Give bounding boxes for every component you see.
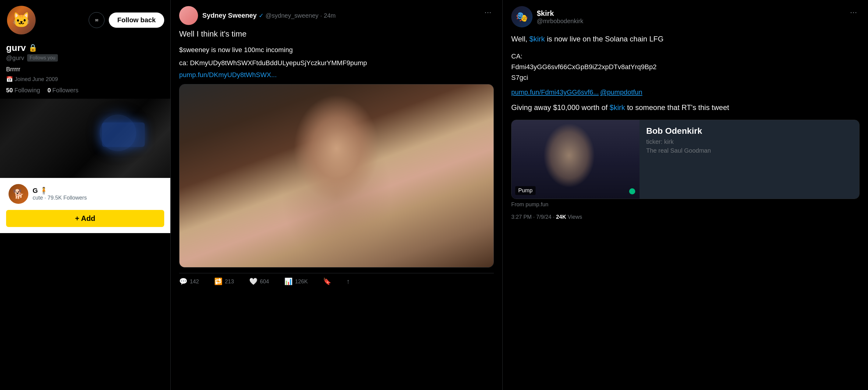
following-count: 50: [6, 87, 13, 94]
ca-label: CA:: [511, 51, 860, 62]
footer-time: 3:27 PM · 7/9/24 ·: [511, 214, 555, 220]
car-screen-glow: [102, 122, 145, 147]
follow-back-button[interactable]: Follow back: [109, 12, 164, 28]
giveaway-part1: Giving away $10,000 worth of: [511, 103, 608, 112]
car-interior-bg: [0, 99, 170, 178]
preview-tagline: The real Saul Goodman: [646, 147, 852, 154]
views-action[interactable]: 📊 126K: [284, 277, 308, 286]
giveaway-text: Giving away $10,000 worth of $kirk to so…: [511, 102, 860, 113]
giveaway-part2: to someone that RT's this tweet: [627, 103, 729, 112]
ca-block: CA: Fdmi43yGG6svf66CxGpB9iZ2xpDTv8atYrq9…: [511, 51, 860, 83]
car-interior-image: [0, 99, 170, 178]
like-count: 604: [260, 278, 269, 285]
from-label: From pump.fun: [511, 201, 860, 208]
views-count: 126K: [295, 278, 308, 285]
followers-stat[interactable]: 0 Followers: [48, 87, 79, 94]
followers-label: Followers: [53, 87, 79, 94]
more-options-button[interactable]: ···: [482, 6, 494, 18]
right-panel: 🎭 $kirk @mrbobodenkirk ··· Well, $kirk i…: [503, 0, 868, 390]
pump-link[interactable]: pump.fun/Fdmi43yGG6svf6...: [511, 88, 599, 96]
stats-row: 50 Following 0 Followers: [6, 87, 164, 94]
right-tweet-header: 🎭 $kirk @mrbobodenkirk ···: [511, 6, 860, 27]
suggestion-meta: cute · 79.5K Followers: [33, 195, 162, 201]
username-row: gurv 🔒: [6, 43, 164, 53]
reply-icon: 💬: [179, 277, 187, 286]
tweet-author-name: Sydney Sweeney: [202, 11, 257, 20]
verified-badge: ✓: [259, 12, 264, 19]
tweet-footer: 3:27 PM · 7/9/24 · 24K Views: [511, 214, 860, 220]
right-author-name: $kirk: [537, 9, 583, 18]
retweet-action[interactable]: 🔁 213: [214, 277, 234, 286]
cover-image: [0, 99, 170, 178]
pump-dotfun-link[interactable]: @pumpdotfun: [600, 88, 643, 96]
tweet-time-value: 24m: [324, 12, 336, 19]
share-action[interactable]: ↑: [346, 277, 350, 286]
tweet-author-handle: @sydney_sweeney: [266, 12, 319, 19]
pump-links: pump.fun/Fdmi43yGG6svf6... @pumpdotfun: [511, 88, 860, 96]
header-actions: ✉ Follow back: [89, 12, 164, 28]
following-stat[interactable]: 50 Following: [6, 87, 40, 94]
tweet-name-row: Sydney Sweeney ✓ @sydney_sweeney · 24m: [202, 11, 336, 20]
tweet-body-line2: ca: DKmyUDy8tWhSWXFtduBddULyepuSjYczkurY…: [179, 58, 494, 68]
tweet-header: Sydney Sweeney ✓ @sydney_sweeney · 24m ·…: [179, 6, 494, 25]
username: gurv: [6, 43, 26, 53]
tweet-time: ·: [320, 12, 322, 19]
lock-icon: 🔒: [28, 43, 37, 52]
preview-ticker: ticker: kirk: [646, 138, 852, 145]
right-intro-rest: is now live on the Solana chain LFG: [547, 35, 663, 43]
tweet-link[interactable]: pump.fun/DKmyUDy8tWhSWX...: [179, 71, 277, 79]
tweet-image-container: [179, 84, 494, 268]
views-icon: 📊: [284, 277, 292, 286]
follows-you-badge: Follows you: [27, 54, 58, 62]
right-kirk-link[interactable]: $kirk: [529, 35, 545, 43]
retweet-icon: 🔁: [214, 277, 222, 286]
preview-info: Bob Odenkirk ticker: kirk The real Saul …: [640, 120, 859, 199]
tweet-title: Well I think it's time: [179, 28, 494, 40]
tweet-meta: Sydney Sweeney ✓ @sydney_sweeney · 24m: [202, 11, 336, 20]
bookmark-icon: 🔖: [323, 277, 331, 286]
like-action[interactable]: 🤍 604: [249, 277, 269, 286]
preview-card: Pump Bob Odenkirk ticker: kirk The real …: [511, 120, 860, 199]
bookmark-action[interactable]: 🔖: [323, 277, 331, 286]
left-panel: 🐱 ✉ Follow back gurv 🔒 @gurv Follows you…: [0, 0, 170, 390]
followers-count: 0: [48, 87, 51, 94]
profile-info: gurv 🔒 @gurv Follows you Brrrrr 📅 Joined…: [0, 40, 170, 99]
calendar-icon: 📅: [6, 76, 13, 83]
tweet-avatar: [179, 6, 198, 25]
tweet-image: [180, 84, 494, 267]
reply-count: 142: [190, 278, 199, 285]
suggestion-avatar: 🐕: [8, 184, 28, 204]
suggestion-name: G 🧍: [33, 187, 48, 195]
add-button[interactable]: + Add: [6, 210, 164, 227]
right-author-info: 🎭 $kirk @mrbobodenkirk: [511, 6, 583, 27]
footer-views-label: Views: [567, 214, 582, 220]
tweet-actions: 💬 142 🔁 213 🤍 604 📊 126K 🔖 ↑: [179, 273, 494, 286]
preview-person-name: Bob Odenkirk: [646, 126, 852, 136]
following-label: Following: [14, 87, 40, 94]
right-intro: Well,: [511, 35, 527, 43]
face-overlay: [180, 84, 494, 267]
suggestion-name-row: G 🧍: [33, 187, 162, 195]
tweet-body-line1: $sweeney is now live 100mc incoming: [179, 45, 494, 55]
mail-icon: ✉: [95, 18, 98, 23]
tweet-content: Well I think it's time $sweeney is now l…: [179, 28, 494, 80]
middle-panel: Sydney Sweeney ✓ @sydney_sweeney · 24m ·…: [170, 0, 503, 390]
reply-action[interactable]: 💬 142: [179, 277, 199, 286]
joined-date: Joined June 2009: [14, 76, 58, 83]
suggestion-info: G 🧍 cute · 79.5K Followers: [33, 187, 162, 201]
suggestion-card: 🐕 G 🧍 cute · 79.5K Followers: [0, 178, 170, 210]
ca-address-line1: Fdmi43yGG6svf66CxGpB9iZ2xpDTv8atYrq9Bp2: [511, 62, 860, 72]
tweet-author-info: Sydney Sweeney ✓ @sydney_sweeney · 24m: [179, 6, 336, 25]
right-more-options-button[interactable]: ···: [847, 6, 860, 18]
giveaway-kirk-link[interactable]: $kirk: [610, 103, 625, 112]
user-handle: @gurv: [6, 55, 24, 62]
add-button-container: + Add: [0, 210, 170, 233]
mail-button[interactable]: ✉: [89, 12, 104, 28]
preview-green-dot: [629, 188, 635, 194]
like-icon: 🤍: [249, 277, 257, 286]
right-tweet-content: Well, $kirk is now live on the Solana ch…: [511, 33, 860, 46]
preview-image: Pump: [512, 120, 640, 199]
handle-row: @gurv Follows you: [6, 54, 164, 62]
right-avatar: 🎭: [511, 6, 533, 27]
footer-views-count: 24K: [556, 214, 566, 220]
